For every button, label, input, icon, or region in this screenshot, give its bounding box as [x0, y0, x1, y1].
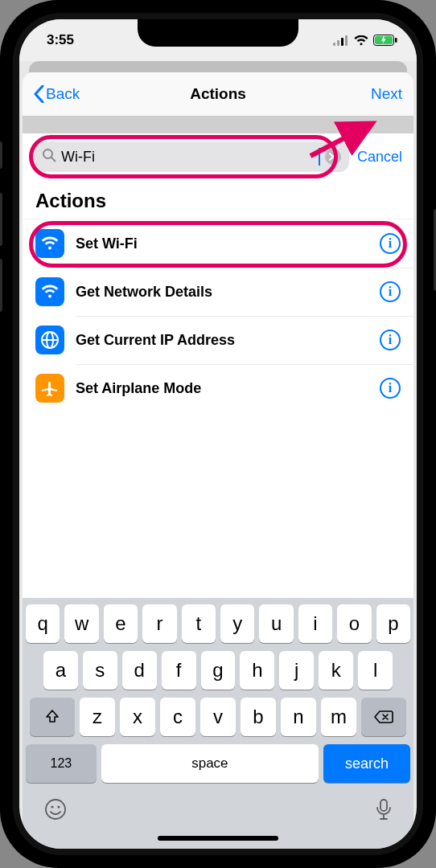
key-q[interactable]: q — [26, 604, 60, 643]
notch — [138, 19, 298, 47]
key-w[interactable]: w — [64, 604, 98, 643]
key-b[interactable]: b — [241, 698, 276, 736]
wifi-icon — [35, 229, 64, 258]
volume-up-button[interactable] — [0, 193, 2, 246]
action-label: Get Network Details — [76, 284, 368, 301]
chevron-left-icon — [34, 85, 44, 103]
emoji-icon — [43, 797, 68, 821]
back-button[interactable]: Back — [34, 85, 80, 103]
clear-search-button[interactable] — [325, 149, 341, 165]
key-l[interactable]: l — [358, 651, 393, 690]
dictation-key[interactable] — [375, 797, 393, 825]
battery-icon — [373, 35, 397, 46]
background-sheet — [29, 61, 407, 72]
back-label: Back — [46, 85, 80, 103]
mute-switch[interactable] — [0, 141, 2, 169]
home-indicator[interactable] — [158, 836, 278, 841]
emoji-key[interactable] — [43, 797, 68, 825]
toolbar-separator — [23, 116, 413, 133]
page-title: Actions — [23, 85, 413, 103]
backspace-key[interactable] — [361, 698, 406, 736]
key-v[interactable]: v — [200, 698, 236, 736]
key-g[interactable]: g — [201, 651, 236, 690]
info-button[interactable]: i — [380, 378, 401, 399]
key-r[interactable]: r — [142, 604, 176, 643]
key-d[interactable]: d — [122, 651, 157, 690]
wifi-icon — [35, 277, 64, 306]
info-button[interactable]: i — [380, 233, 401, 254]
mic-icon — [375, 797, 393, 821]
action-row-network-details[interactable]: Get Network Details i — [23, 268, 413, 316]
key-c[interactable]: c — [160, 698, 195, 736]
svg-rect-15 — [380, 800, 387, 811]
svg-point-14 — [57, 805, 60, 808]
volume-down-button[interactable] — [0, 259, 2, 312]
key-s[interactable]: s — [83, 651, 117, 690]
status-time: 3:55 — [47, 32, 74, 48]
info-button[interactable]: i — [380, 281, 401, 302]
key-y[interactable]: y — [220, 604, 254, 643]
key-t[interactable]: t — [182, 604, 216, 643]
action-label: Set Airplane Mode — [76, 380, 368, 397]
action-row-set-wifi[interactable]: Set Wi-Fi i — [23, 219, 413, 268]
key-f[interactable]: f — [162, 651, 196, 690]
wifi-icon — [354, 35, 368, 46]
key-x[interactable]: x — [120, 698, 155, 736]
svg-line-8 — [51, 158, 56, 162]
airplane-icon — [35, 374, 64, 403]
key-a[interactable]: a — [43, 651, 78, 690]
globe-icon — [35, 326, 64, 354]
next-button[interactable]: Next — [371, 85, 402, 103]
search-key[interactable]: search — [323, 744, 410, 783]
space-key[interactable]: space — [101, 744, 319, 783]
close-icon — [329, 153, 337, 161]
svg-point-12 — [46, 800, 65, 819]
svg-rect-6 — [395, 38, 397, 43]
key-z[interactable]: z — [80, 698, 115, 736]
key-n[interactable]: n — [281, 698, 316, 736]
action-label: Get Current IP Address — [76, 332, 368, 349]
backspace-icon — [373, 709, 394, 725]
svg-rect-3 — [345, 35, 348, 46]
action-row-airplane[interactable]: Set Airplane Mode i — [23, 364, 413, 412]
search-field[interactable] — [34, 141, 349, 172]
svg-rect-1 — [337, 40, 339, 46]
shift-key[interactable] — [30, 698, 75, 736]
key-o[interactable]: o — [337, 604, 371, 643]
key-m[interactable]: m — [321, 698, 356, 736]
cancel-search-button[interactable]: Cancel — [357, 149, 402, 166]
actions-list: Set Wi-Fi i Get Network Details i Get Cu… — [23, 219, 413, 598]
key-j[interactable]: j — [279, 651, 314, 690]
search-input[interactable] — [61, 149, 314, 166]
key-h[interactable]: h — [240, 651, 274, 690]
key-e[interactable]: e — [104, 604, 138, 643]
key-u[interactable]: u — [259, 604, 293, 643]
search-row: Cancel — [23, 133, 413, 180]
section-header: Actions — [23, 180, 413, 219]
action-row-ip-address[interactable]: Get Current IP Address i — [23, 316, 413, 364]
text-caret — [319, 148, 320, 166]
cellular-icon — [333, 35, 349, 46]
numbers-key[interactable]: 123 — [26, 744, 97, 783]
svg-rect-2 — [341, 38, 343, 46]
svg-rect-0 — [333, 43, 335, 46]
search-icon — [42, 148, 56, 166]
key-k[interactable]: k — [319, 651, 353, 690]
keyboard: qwertyuiop asdfghjkl zxcvbnm 123 space s… — [23, 598, 413, 849]
nav-bar: Back Actions Next — [23, 72, 413, 116]
shift-icon — [44, 709, 60, 725]
action-label: Set Wi-Fi — [76, 235, 368, 252]
info-button[interactable]: i — [380, 330, 401, 350]
svg-point-13 — [51, 805, 53, 808]
key-p[interactable]: p — [376, 604, 410, 643]
key-i[interactable]: i — [298, 604, 332, 643]
